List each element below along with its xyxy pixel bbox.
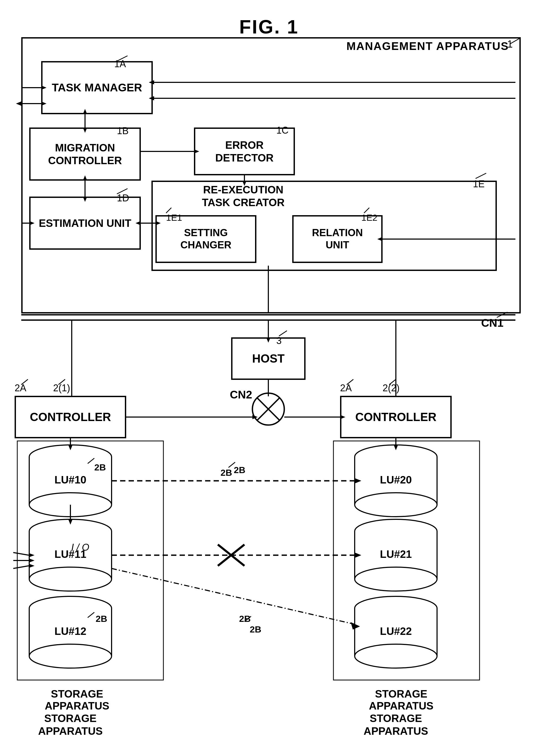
host-box: HOST (231, 337, 305, 380)
svg-line-93 (218, 544, 244, 566)
svg-point-69 (29, 644, 112, 668)
storage-apparatus-2-label: STORAGEAPPARATUS (340, 712, 452, 737)
ref-2-2: 2(2) (383, 382, 400, 394)
cn1-label: CN1 (481, 317, 504, 329)
io-label-text: I / O (71, 542, 89, 553)
svg-line-41 (257, 398, 280, 421)
svg-marker-46 (252, 415, 258, 419)
svg-rect-84 (355, 608, 437, 656)
controller-2-box: CONTROLLER (340, 396, 452, 438)
svg-rect-60 (29, 531, 112, 579)
migration-controller-label: MIGRATIONCONTROLLER (48, 141, 122, 167)
svg-rect-72 (355, 457, 437, 505)
svg-marker-98 (29, 553, 34, 557)
svg-text:LU#22: LU#22 (380, 625, 412, 637)
relation-unit-label: RELATIONUNIT (312, 227, 363, 251)
svg-marker-92 (355, 553, 361, 558)
management-apparatus-label: MANAGEMENT APPARATUS (347, 40, 509, 53)
svg-marker-100 (29, 558, 34, 563)
ref-1e1: 1E1 (166, 213, 182, 223)
svg-marker-102 (29, 564, 34, 568)
ref-3: 3 (276, 335, 282, 346)
controller-1-label: CONTROLLER (30, 410, 111, 424)
svg-point-83 (355, 596, 437, 620)
storage-apparatus-1-label: STORAGEAPPARATUS (15, 712, 126, 737)
controller-1-box: CONTROLLER (15, 396, 126, 438)
svg-text:LU#20: LU#20 (380, 474, 412, 485)
svg-point-71 (355, 445, 437, 469)
estimation-unit-box: ESTIMATION UNIT (29, 197, 141, 250)
ref-1e2: 1E2 (361, 213, 378, 223)
svg-point-81 (355, 567, 437, 591)
ref-2-1: 2(1) (53, 382, 70, 394)
svg-marker-104 (68, 445, 73, 450)
svg-point-63 (29, 567, 112, 591)
ref-1e: 1E (473, 178, 485, 190)
svg-marker-108 (68, 519, 73, 525)
svg-line-109 (88, 458, 94, 464)
storage-apparatus-label-2: STORAGEAPPARATUS (346, 688, 457, 712)
svg-line-97 (13, 553, 29, 555)
ref-2b-4: 2B (239, 614, 250, 624)
svg-point-77 (355, 519, 437, 543)
ref-2b-lu-right: 2B (234, 465, 245, 475)
task-manager-label: TASK MANAGER (52, 81, 142, 94)
svg-line-94 (218, 544, 244, 566)
host-label: HOST (252, 352, 285, 365)
svg-point-40 (252, 393, 284, 425)
svg-marker-90 (355, 478, 361, 483)
ref-2a-left: 2A (15, 382, 26, 394)
ref-1a: 1A (114, 58, 126, 70)
svg-line-95 (112, 569, 355, 624)
svg-rect-113 (17, 441, 163, 680)
ref-2b-lu10: 2B (94, 462, 106, 473)
svg-marker-4 (16, 101, 21, 106)
page: FIG. 1 1 MANAGEMENT APPARATUS TASK MANAG… (0, 0, 538, 756)
svg-text:LU#12: LU#12 (54, 625, 86, 637)
controller-2-label: CONTROLLER (355, 410, 437, 424)
ref-2a-right: 2A (340, 382, 352, 394)
estimation-unit-label: ESTIMATION UNIT (39, 217, 131, 229)
cn2-label: CN2 (230, 388, 252, 401)
svg-marker-96 (351, 622, 360, 630)
reexecution-task-creator-label: RE-EXECUTIONTASK CREATOR (202, 183, 285, 209)
ref-2b-1: 2B (66, 468, 78, 478)
svg-marker-106 (394, 445, 398, 450)
ref-1c: 1C (276, 125, 289, 136)
svg-text:LU#21: LU#21 (380, 548, 412, 560)
svg-point-57 (29, 493, 112, 517)
ref-2b-lu22-right: 2B (250, 624, 261, 634)
svg-rect-114 (333, 441, 480, 680)
svg-line-101 (13, 566, 29, 569)
svg-point-75 (355, 493, 437, 517)
svg-rect-78 (355, 531, 437, 579)
ref-1d: 1D (117, 193, 129, 204)
setting-changer-label: SETTINGCHANGER (181, 227, 232, 251)
storage-apparatus-label-1: STORAGEAPPARATUS (21, 688, 133, 712)
svg-point-87 (355, 644, 437, 668)
ref-1b: 1B (117, 126, 129, 136)
error-detector-label: ERROR DETECTOR (195, 139, 294, 164)
svg-point-59 (29, 519, 112, 543)
ref-2b-2: 2B (221, 468, 232, 478)
svg-line-42 (257, 398, 280, 421)
task-manager-box: TASK MANAGER (41, 61, 153, 114)
ref-2b-lu12: 2B (96, 614, 107, 624)
